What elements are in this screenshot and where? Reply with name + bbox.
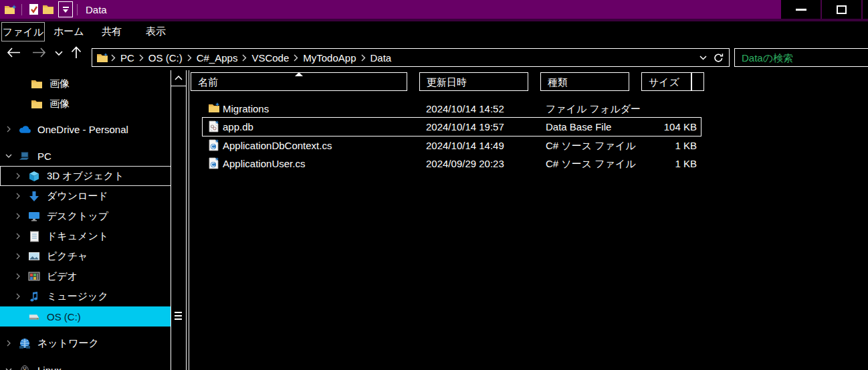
breadcrumb-chevron-icon xyxy=(242,54,247,62)
network-globe-icon xyxy=(19,337,31,349)
customize-quick-access-dropdown[interactable] xyxy=(58,1,73,17)
chevron-right-icon[interactable] xyxy=(13,213,23,219)
properties-icon[interactable] xyxy=(26,1,41,17)
linux-penguin-icon xyxy=(19,364,31,370)
csharp-file-icon xyxy=(208,157,220,169)
explorer-app-icon xyxy=(3,1,17,17)
desktop-monitor-icon xyxy=(28,210,40,222)
file-row-migrations[interactable]: Migrations 2024/10/14 14:52 ファイル フォルダー xyxy=(203,100,701,118)
titlebar: Data xyxy=(0,0,868,19)
csharp-file-icon xyxy=(208,139,220,151)
pictures-icon xyxy=(28,250,40,262)
chevron-right-icon[interactable] xyxy=(13,173,23,179)
document-icon xyxy=(28,230,40,242)
folder-icon xyxy=(208,102,220,114)
breadcrumb-chevron-icon xyxy=(361,54,366,62)
breadcrumb-item-csharp-apps[interactable]: C#_Apps xyxy=(197,52,238,64)
music-note-icon xyxy=(28,290,40,302)
sidebar-item-onedrive[interactable]: OneDrive - Personal xyxy=(0,119,171,139)
titlebar-separator xyxy=(21,4,22,15)
titlebar-separator xyxy=(77,4,78,15)
refresh-icon[interactable] xyxy=(714,53,724,63)
search-input[interactable] xyxy=(740,50,867,66)
file-panel-border xyxy=(189,70,189,370)
chevron-right-icon[interactable] xyxy=(13,193,23,199)
sidebar-item-pictures-folder[interactable]: 画像 xyxy=(0,94,171,114)
chevron-right-icon[interactable] xyxy=(13,293,23,300)
sidebar-item-downloads[interactable]: ダウンロード xyxy=(0,186,171,206)
sidebar-item-network[interactable]: ネットワーク xyxy=(0,333,171,353)
sidebar-item-pc[interactable]: PC xyxy=(0,146,171,166)
sidebar-item-linux[interactable]: Linux xyxy=(0,360,171,370)
hard-drive-icon xyxy=(28,310,40,322)
scrollbar-thumb-gripper[interactable] xyxy=(175,312,182,320)
video-film-icon xyxy=(28,270,40,282)
sidebar-item-desktop[interactable]: デスクトップ xyxy=(0,206,171,226)
address-dropdown-chevron-icon[interactable] xyxy=(699,56,707,60)
chevron-right-icon[interactable] xyxy=(13,273,23,280)
file-row-applicationuser[interactable]: ApplicationUser.cs 2024/09/29 20:23 C# ソ… xyxy=(203,155,701,173)
breadcrumb-item-data[interactable]: Data xyxy=(370,52,392,64)
breadcrumb-chevron-icon xyxy=(187,54,192,62)
tab-share[interactable]: 共有 xyxy=(102,22,122,40)
download-arrow-icon xyxy=(28,190,40,202)
breadcrumb-chevron-icon xyxy=(139,54,144,62)
breadcrumb-item-os-c[interactable]: OS (C:) xyxy=(148,52,183,64)
window-title: Data xyxy=(86,4,107,15)
chevron-right-icon[interactable] xyxy=(4,340,13,347)
breadcrumb-item-pc[interactable]: PC xyxy=(120,52,134,64)
tab-home[interactable]: ホーム xyxy=(53,22,84,40)
sidebar-item-pictures-folder[interactable]: 画像 xyxy=(0,74,171,94)
recent-locations-chevron-icon[interactable] xyxy=(55,51,63,56)
sidebar-item-pictures[interactable]: ピクチャ xyxy=(0,246,171,266)
navigation-row: PC OS (C:) C#_Apps VSCode MyTodoApp Data xyxy=(0,41,868,70)
forward-arrow-icon[interactable] xyxy=(32,48,46,58)
address-folder-icon xyxy=(96,53,108,63)
sidebar-item-music[interactable]: ミュージック xyxy=(0,286,171,306)
chevron-right-icon[interactable] xyxy=(13,253,23,260)
new-folder-icon[interactable] xyxy=(41,1,56,17)
chevron-right-icon[interactable] xyxy=(4,126,13,132)
tab-view[interactable]: 表示 xyxy=(146,22,166,40)
search-box[interactable] xyxy=(734,48,868,67)
breadcrumb-item-vscode[interactable]: VSCode xyxy=(251,52,289,64)
up-arrow-icon[interactable] xyxy=(71,46,82,59)
3d-cube-icon xyxy=(28,170,40,182)
onedrive-cloud-icon xyxy=(19,123,31,135)
this-pc-icon xyxy=(19,150,31,162)
column-header-modified[interactable]: 更新日時 xyxy=(419,72,528,91)
minimize-button[interactable] xyxy=(781,0,821,19)
database-file-icon xyxy=(208,120,220,132)
breadcrumb-chevron-icon xyxy=(111,54,116,62)
chevron-down-icon[interactable] xyxy=(4,154,13,158)
file-row-applicationdbcontext[interactable]: ApplicationDbContext.cs 2024/10/14 14:49… xyxy=(203,136,701,155)
folder-icon xyxy=(31,98,43,110)
sort-ascending-icon xyxy=(295,72,303,76)
chevron-right-icon[interactable] xyxy=(13,233,23,240)
sidebar-item-3d-objects[interactable]: 3D オブジェクト xyxy=(0,166,171,186)
window-buttons xyxy=(781,0,868,19)
column-header-type[interactable]: 種類 xyxy=(540,72,629,91)
sidebar-item-documents[interactable]: ドキュメント xyxy=(0,226,171,246)
sidebar-item-os-c-drive[interactable]: OS (C:) xyxy=(0,306,171,327)
file-row-app-db[interactable]: app.db 2024/10/14 19:57 Data Base File 1… xyxy=(203,118,701,136)
navigation-pane: 画像 画像 OneDrive - Personal PC 3D オブジェクト ダ… xyxy=(0,70,171,370)
ribbon-tab-row: ファイル ホーム 共有 表示 xyxy=(0,21,868,41)
sidebar-scrollbar[interactable] xyxy=(171,70,187,370)
maximize-button[interactable] xyxy=(822,0,861,19)
scroll-up-button[interactable] xyxy=(171,70,186,86)
column-header-empty[interactable] xyxy=(691,72,704,91)
address-bar[interactable]: PC OS (C:) C#_Apps VSCode MyTodoApp Data xyxy=(92,48,730,67)
folder-icon xyxy=(31,78,43,90)
back-arrow-icon[interactable] xyxy=(7,48,21,58)
breadcrumb-item-mytodoapp[interactable]: MyTodoApp xyxy=(303,52,356,64)
sidebar-item-videos[interactable]: ビデオ xyxy=(0,266,171,286)
tab-file[interactable]: ファイル xyxy=(1,22,45,41)
column-header-size[interactable]: サイズ xyxy=(641,72,691,91)
breadcrumb-chevron-icon xyxy=(294,54,298,62)
